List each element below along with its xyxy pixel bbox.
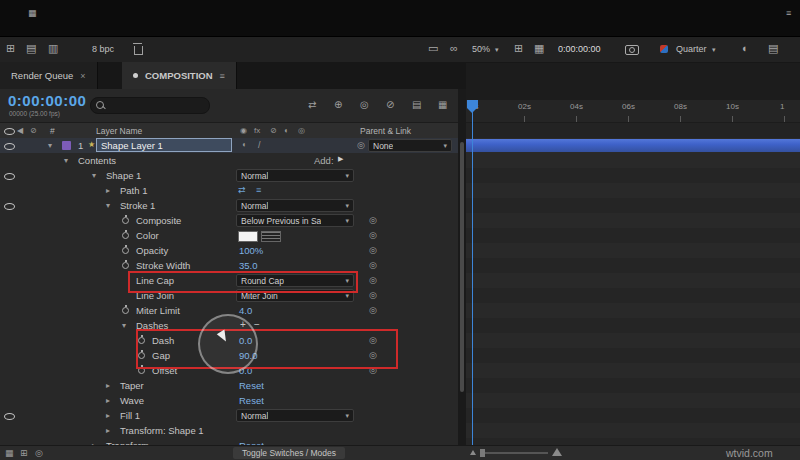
pickwhip-icon[interactable]: ◎ (369, 260, 377, 270)
prop-label[interactable]: Transform: Shape 1 (120, 425, 204, 436)
composite-dropdown[interactable]: Below Previous in Sa ▾ (236, 214, 354, 227)
layer-duration-bar[interactable] (466, 139, 800, 152)
scrub-value[interactable]: 100% (239, 245, 263, 256)
composition-mini-flow-icon[interactable]: ⇄ (308, 99, 316, 110)
pickwhip-icon[interactable]: ◎ (369, 215, 377, 225)
color-swatch[interactable] (238, 231, 258, 242)
blend-mode-dropdown[interactable]: Normal ▾ (236, 199, 354, 212)
blend-mode-dropdown[interactable]: Normal ▾ (236, 409, 354, 422)
transparency-grid-icon[interactable]: ◐ (742, 42, 749, 54)
playhead-handle[interactable] (467, 100, 478, 108)
quality-switch-icon[interactable]: / (258, 140, 261, 150)
search-input[interactable] (90, 97, 210, 114)
layer-row[interactable]: ▾ 1 ★ Shape Layer 1 ◐ / ◎ None ▾ (0, 138, 458, 153)
render-settings-icon[interactable]: ◎ (35, 448, 43, 458)
stopwatch-icon[interactable] (122, 262, 129, 269)
layer-color-label[interactable] (62, 141, 71, 150)
tab-composition[interactable]: COMPOSITION ≡ (122, 62, 237, 89)
reset-link[interactable]: Reset (239, 380, 264, 391)
snapshot-camera-icon[interactable] (625, 45, 639, 55)
twirl-down-icon[interactable]: ▾ (122, 321, 126, 330)
twirl-right-icon[interactable]: ▸ (106, 186, 110, 195)
shy-layers-icon[interactable]: ◎ (360, 99, 369, 110)
composition-marker-icon[interactable]: ▦ (5, 448, 14, 458)
layer-name-column-header[interactable]: Layer Name (96, 126, 142, 136)
magnification-dropdown[interactable]: 50% (472, 44, 490, 54)
draft-3d-icon[interactable]: ⊕ (334, 99, 342, 110)
pickwhip-icon[interactable]: ◎ (369, 245, 377, 255)
stopwatch-icon[interactable] (122, 307, 129, 314)
vertical-scrollbar[interactable] (460, 142, 464, 392)
stereo-glasses-icon[interactable]: ∞ (450, 42, 458, 54)
prop-label[interactable]: Miter Limit (136, 305, 180, 316)
blend-mode-dropdown[interactable]: Normal ▾ (236, 169, 354, 182)
exposure-icon[interactable]: ▤ (768, 42, 778, 55)
prop-label[interactable]: Taper (120, 380, 144, 391)
stopwatch-icon[interactable] (122, 217, 129, 224)
add-menu-icon[interactable]: ▶ (338, 155, 343, 163)
eye-icon[interactable] (4, 203, 15, 210)
frame-blend-icon[interactable]: ⊘ (386, 99, 394, 110)
prop-label[interactable]: Fill 1 (120, 410, 140, 421)
scrub-value[interactable]: 35.0 (239, 260, 258, 271)
time-ruler[interactable]: 0s 02s 04s 06s 08s 10s 1 (466, 100, 800, 123)
pickwhip-icon[interactable]: ◎ (369, 275, 377, 285)
prop-label[interactable]: Shape 1 (106, 170, 141, 181)
prop-label[interactable]: Contents (78, 155, 116, 166)
pickwhip-icon[interactable]: ◎ (369, 290, 377, 300)
twirl-right-icon[interactable]: ▸ (106, 426, 110, 435)
twirl-right-icon[interactable]: ▸ (106, 411, 110, 420)
eye-icon[interactable] (4, 413, 15, 420)
monitor-icon[interactable]: ▭ (428, 42, 438, 55)
app-menu-icon[interactable]: ▦ (28, 8, 37, 18)
timeline-zoom-slider[interactable] (482, 452, 548, 454)
prop-label[interactable]: Wave (120, 395, 144, 406)
twirl-down-icon[interactable]: ▾ (64, 156, 68, 165)
pickwhip-icon[interactable]: ◎ (369, 305, 377, 315)
prop-label[interactable]: Composite (136, 215, 181, 226)
eye-icon[interactable] (4, 143, 15, 150)
resolution-dropdown[interactable]: Quarter (676, 44, 707, 54)
toggle-switches-modes-button[interactable]: Toggle Switches / Modes (233, 447, 345, 459)
toolbar-timecode[interactable]: 0:00:00:00 (558, 44, 601, 54)
scrub-value[interactable]: 4.0 (239, 305, 252, 316)
color-edit-icon[interactable] (261, 231, 281, 242)
parent-dropdown[interactable]: None ▾ (368, 139, 452, 152)
reset-link[interactable]: Reset (239, 395, 264, 406)
zoom-slider-handle[interactable] (480, 449, 485, 457)
layer-name-box[interactable]: Shape Layer 1 (96, 138, 232, 152)
twirl-down-icon[interactable]: ▾ (92, 171, 96, 180)
pickwhip-icon[interactable]: ◎ (357, 140, 365, 150)
expand-icon[interactable]: ⊞ (20, 448, 28, 458)
region-of-interest-icon[interactable]: ▦ (534, 42, 544, 55)
twirl-right-icon[interactable]: ▸ (106, 396, 110, 405)
parent-link-column-header[interactable]: Parent & Link (360, 126, 411, 136)
timeline-rows-area[interactable] (466, 153, 800, 445)
interpret-footage-icon[interactable]: ▥ (48, 42, 58, 55)
graph-editor-icon[interactable]: ▦ (438, 99, 447, 110)
prop-label[interactable]: Color (136, 230, 159, 241)
stopwatch-icon[interactable] (122, 247, 129, 254)
grid-guides-icon[interactable]: ⊞ (514, 42, 523, 55)
close-icon[interactable]: × (80, 71, 85, 81)
pickwhip-icon[interactable]: ◎ (369, 230, 377, 240)
tab-render-queue[interactable]: Render Queue × (0, 62, 98, 89)
path-direction-icon[interactable]: ⇄ (238, 185, 246, 195)
delete-icon[interactable] (134, 46, 143, 55)
eye-icon[interactable] (4, 173, 15, 180)
current-time-display[interactable]: 0:00:00:00 (8, 92, 86, 109)
motion-blur-icon[interactable]: ▤ (412, 99, 421, 110)
prop-label[interactable]: Stroke 1 (120, 200, 155, 211)
zoom-out-icon[interactable] (470, 450, 476, 455)
path-merge-icon[interactable]: ≡ (256, 185, 261, 195)
collapse-transform-icon[interactable]: ◐ (242, 140, 247, 149)
flowchart-icon[interactable]: ▤ (26, 42, 36, 55)
bit-depth-label[interactable]: 8 bpc (92, 44, 114, 54)
prop-label[interactable]: Path 1 (120, 185, 147, 196)
fast-preview-icon[interactable] (660, 45, 668, 53)
stopwatch-icon[interactable] (122, 232, 129, 239)
project-panel-icon[interactable]: ⊞ (6, 42, 15, 55)
twirl-down-icon[interactable]: ▾ (106, 201, 110, 210)
prop-label[interactable]: Stroke Width (136, 260, 190, 271)
zoom-in-icon[interactable] (552, 448, 562, 456)
